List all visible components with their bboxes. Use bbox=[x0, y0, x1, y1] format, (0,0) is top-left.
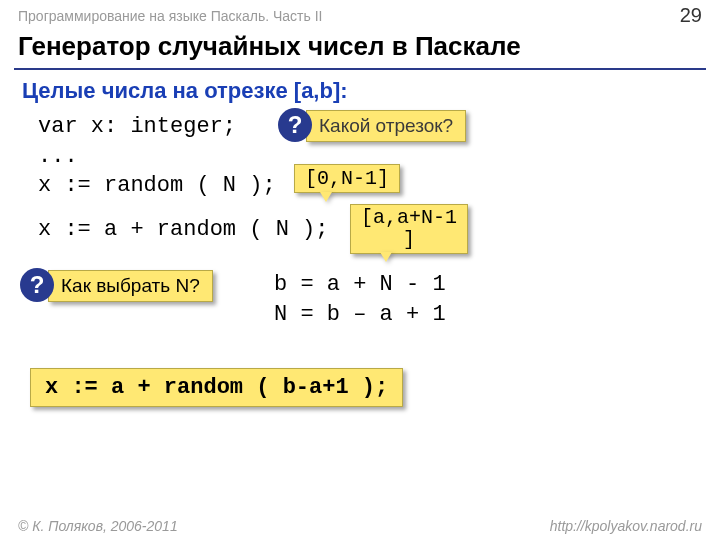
subtitle: Целые числа на отрезке [a,b]: bbox=[0, 78, 720, 112]
page-number: 29 bbox=[680, 4, 702, 27]
final-formula: x := a + random ( b-a+1 ); bbox=[30, 368, 403, 407]
note-notch-2 bbox=[380, 252, 392, 262]
note-range-a: [a,a+N-1 ] bbox=[350, 204, 468, 254]
equation-2: N = b – a + 1 bbox=[274, 302, 446, 327]
equation-1: b = a + N - 1 bbox=[274, 272, 446, 297]
callout-which-segment: Какой отрезок? bbox=[306, 110, 466, 142]
callout-how-choose-n: Как выбрать N? bbox=[48, 270, 213, 302]
title-divider bbox=[14, 68, 706, 70]
question-mark-icon: ? bbox=[278, 108, 312, 142]
note-range-a-l2: ] bbox=[361, 229, 457, 251]
copyright: © К. Поляков, 2006-2011 bbox=[18, 518, 178, 534]
footer: © К. Поляков, 2006-2011 http://kpolyakov… bbox=[0, 518, 720, 534]
footer-url: http://kpolyakov.narod.ru bbox=[550, 518, 702, 534]
note-range-0-n1: [0,N-1] bbox=[294, 164, 400, 193]
page-title: Генератор случайных чисел в Паскале bbox=[0, 29, 720, 68]
note-range-a-l1: [a,a+N-1 bbox=[361, 207, 457, 229]
note-notch-1 bbox=[320, 192, 332, 202]
question-mark-icon-2: ? bbox=[20, 268, 54, 302]
content-area: var x: integer; ... x := random ( N ); x… bbox=[0, 112, 720, 532]
course-label: Программирование на языке Паскаль. Часть… bbox=[18, 8, 322, 24]
